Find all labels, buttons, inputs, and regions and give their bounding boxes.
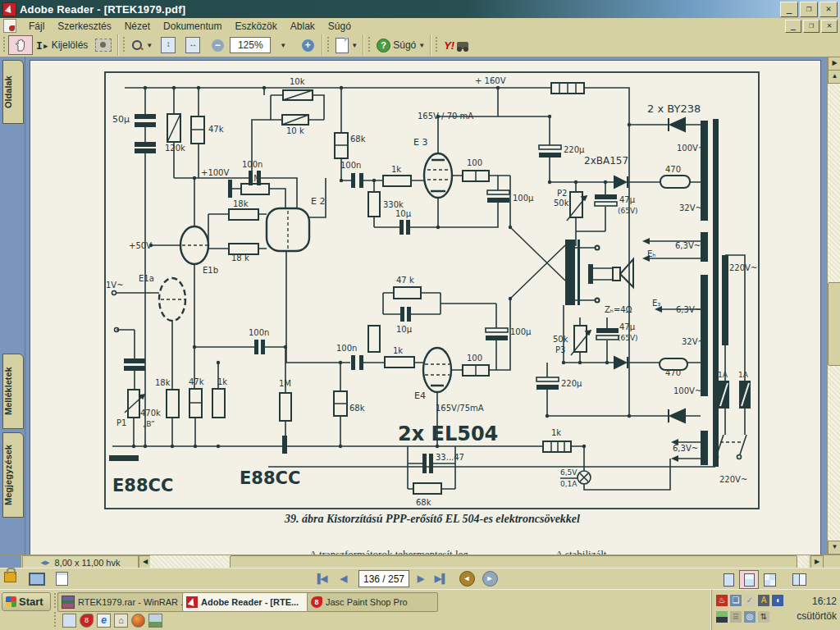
restore-button[interactable]: ❐ [800, 2, 818, 17]
doc-close-button[interactable]: ✕ [821, 20, 838, 33]
create-pdf-button[interactable]: ▼ [332, 35, 361, 55]
start-button[interactable]: Start [2, 592, 51, 611]
task-adobe-reader[interactable]: Adobe Reader - [RTE... [182, 592, 310, 612]
fit-width-button[interactable]: ↔ [180, 35, 205, 55]
doc-restore-button[interactable]: ❐ [803, 20, 819, 33]
adobe-reader-app-icon[interactable] [2, 2, 16, 16]
next-page-button[interactable]: ▶ [412, 570, 430, 587]
quick-launch-grip[interactable] [53, 612, 57, 628]
screen-mode-button[interactable] [28, 570, 46, 587]
page-number-input[interactable]: 136 / 257 [358, 570, 409, 587]
menu-help[interactable]: Súgó [322, 19, 358, 34]
tray-volume-icon[interactable]: ◖ [772, 595, 783, 606]
paint-shop-pro-quicklaunch-icon[interactable]: 8 [80, 614, 94, 628]
snapshot-tool-button[interactable] [91, 35, 116, 55]
tray-graphics-adapter-icon[interactable]: A [758, 595, 769, 606]
doc-minimize-button[interactable]: _ [785, 20, 801, 33]
select-tool-button[interactable]: I▸ Kijelölés [33, 35, 91, 55]
pdf-document-icon[interactable] [3, 19, 16, 33]
single-page-icon [724, 573, 734, 587]
toolbar-grip[interactable] [122, 37, 126, 53]
tab-comments[interactable]: Megjegyzések [2, 432, 24, 518]
tab-attachments[interactable]: Mellékletek [2, 354, 24, 429]
camera-icon [95, 39, 112, 52]
tray-red-app-icon[interactable]: ♨ [716, 595, 728, 606]
heater-arrows [642, 238, 678, 462]
next-view-button[interactable]: ► [481, 570, 499, 587]
hide-toolbar-arrow-button[interactable]: ▶ [828, 57, 840, 71]
menu-window[interactable]: Ablak [284, 19, 322, 34]
menu-view[interactable]: Nézet [118, 19, 157, 34]
show-desktop-icon[interactable] [62, 614, 76, 628]
zoom-dropdown-button[interactable]: ▼ [271, 35, 295, 55]
page-layout-doc-button[interactable] [52, 570, 71, 587]
browser-globe-icon[interactable] [131, 614, 145, 628]
taskbar-grip[interactable] [53, 593, 57, 609]
toolbar-grip[interactable] [326, 37, 330, 53]
previous-view-button[interactable]: ◄ [458, 570, 476, 587]
schematic-label: 1k [393, 346, 403, 355]
tray-display-settings-icon[interactable] [716, 611, 728, 623]
help-button[interactable]: ? Súgó ▼ [373, 35, 428, 55]
continuous-view-button[interactable] [739, 570, 759, 589]
close-button[interactable]: ✕ [819, 2, 838, 17]
tray-check-icon[interactable]: ✓ [744, 595, 756, 606]
schematic-label: 1k [391, 165, 401, 174]
tray-search-icon[interactable]: ◎ [744, 611, 756, 623]
menu-tools[interactable]: Eszközök [228, 19, 283, 34]
vertical-scroll-thumb[interactable] [828, 282, 840, 366]
facing-view-button[interactable] [789, 570, 809, 589]
schematic-label: P3 [555, 345, 565, 354]
home-icon[interactable]: ⌂ [114, 614, 128, 628]
vertical-scrollbar[interactable]: ▶ ▲ ▼ [827, 57, 840, 555]
chevron-down-icon[interactable]: ▼ [146, 42, 153, 49]
schematic-label: 220µ [564, 145, 585, 154]
page-size-label: 8,00 x 11,00 hvk [55, 558, 121, 568]
back-arrow-icon: ◄ [459, 571, 475, 587]
yahoo-search-button[interactable]: Y! [441, 35, 472, 55]
schematic-label: „B” [143, 420, 155, 428]
toolbar-grip[interactable] [2, 37, 6, 53]
schematic-label: 470k [140, 409, 161, 418]
fit-page-button[interactable]: ↕ [156, 35, 180, 55]
scroll-up-button[interactable]: ▲ [828, 70, 840, 84]
security-lock-icon[interactable] [4, 572, 16, 582]
tab-pages[interactable]: Oldalak [2, 60, 24, 124]
horizontal-scrollbar[interactable] [150, 555, 809, 568]
schematic-label: P1 [116, 418, 126, 427]
previous-page-button[interactable]: ◀ [335, 570, 353, 587]
first-page-button[interactable]: ▐◀ [312, 570, 330, 587]
schematic-label: E1b [203, 266, 218, 275]
tray-network-activity-icon[interactable]: ⇅ [758, 611, 769, 623]
zoom-out-button[interactable]: − [205, 35, 230, 55]
continuous-facing-view-button[interactable] [760, 570, 779, 589]
zoom-in-button[interactable]: + [295, 35, 320, 55]
splitter-handle-icon[interactable]: ◂▸ [41, 557, 50, 568]
internet-explorer-icon[interactable]: e [97, 614, 111, 628]
schematic-label: 18k [233, 199, 249, 208]
tray-input-device-icon[interactable]: ⌸ [730, 611, 742, 623]
schematic-label: 47µ [619, 195, 636, 204]
toolbar-grip[interactable] [368, 37, 371, 53]
menu-document[interactable]: Dokumentum [157, 19, 228, 34]
menu-file[interactable]: Fájl [22, 19, 51, 34]
schematic-label: Zₕ=4Ω [605, 305, 632, 314]
hand-tool-button[interactable] [8, 35, 33, 55]
single-page-view-button[interactable] [719, 570, 738, 589]
paint-shop-pro-icon: 8 [311, 596, 322, 608]
menu-edit[interactable]: Szerkesztés [51, 19, 117, 34]
image-viewer-icon[interactable] [148, 614, 162, 628]
taskbar-clock[interactable]: 16:12 csütörtök [797, 594, 837, 623]
system-tray: ♨ ❏ ✓ A ◖ ⌸ ◎ ⇅ 16:12 csütörtök [711, 590, 840, 630]
task-winrar[interactable]: RTEK1979.rar - WinRAR ... [57, 592, 185, 612]
zoom-level-input[interactable]: 125% [230, 37, 271, 53]
document-pane[interactable]: 50µ120k47k10k10 k100n+100V1M18kE 218 k+5… [25, 57, 827, 555]
task-paint-shop-pro[interactable]: 8 Jasc Paint Shop Pro [307, 592, 438, 612]
toolbar-grip[interactable] [435, 37, 438, 53]
zoom-in-tool-button[interactable]: ▼ [128, 35, 156, 55]
tray-network-computers-icon[interactable]: ❏ [730, 595, 742, 606]
scroll-down-button[interactable]: ▼ [828, 541, 840, 555]
last-page-button[interactable]: ▶▌ [432, 570, 450, 587]
minimize-button[interactable]: _ [780, 2, 798, 17]
schematic-label: 1A [718, 371, 728, 379]
